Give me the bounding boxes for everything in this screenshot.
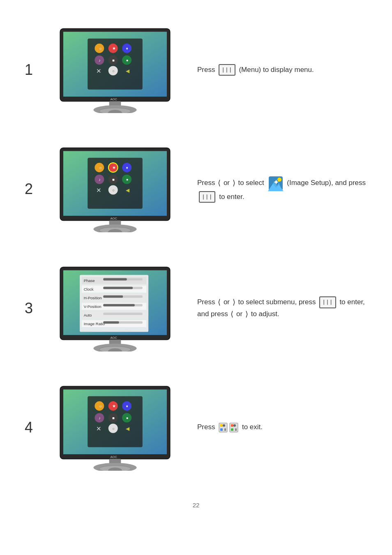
- svg-text:♪: ♪: [99, 177, 101, 182]
- svg-text:☼: ☼: [99, 404, 102, 408]
- icon-menu-2: |||: [199, 191, 215, 203]
- svg-text:Auto: Auto: [84, 313, 92, 317]
- svg-rect-112: [220, 428, 223, 431]
- svg-text:✦: ✦: [273, 179, 279, 186]
- svg-text:■: ■: [112, 58, 115, 62]
- svg-text:◄: ◄: [125, 67, 131, 74]
- svg-text:◄: ◄: [125, 187, 131, 194]
- desc-text-2b: or: [221, 179, 232, 187]
- svg-rect-118: [235, 428, 237, 431]
- monitor-1: ☼ ★ ♦ ♪ ■ ● ✕ ○ ◄: [45, 27, 185, 113]
- desc-text-4a: Press: [197, 423, 217, 431]
- svg-text:✕: ✕: [96, 187, 101, 194]
- icon-exit: [219, 421, 238, 434]
- svg-rect-60: [103, 278, 127, 281]
- desc-text-1a: Press: [197, 66, 217, 74]
- svg-text:♪: ♪: [99, 416, 101, 420]
- step-description-3: Press ⟨ or ⟩ to select submenu, press ||…: [197, 292, 367, 324]
- icon-image-setup: ✦: [268, 176, 284, 191]
- desc-text-4b: to exit.: [242, 423, 263, 431]
- monitor-svg-4: ☼ ★ ♦ ♪ ■ ● ✕ ○ ◄ AOC: [53, 384, 177, 471]
- svg-text:◄: ◄: [125, 425, 131, 432]
- desc-text-1b: (Menu) to display menu.: [237, 66, 314, 74]
- icon-menu-1: |||: [219, 64, 235, 76]
- desc-text-2c: to select: [236, 179, 266, 187]
- svg-text:Clock: Clock: [84, 287, 94, 291]
- svg-text:☼: ☼: [99, 165, 102, 170]
- icon-arrow-right-3a: ⟩: [233, 296, 235, 308]
- svg-rect-113: [224, 428, 226, 431]
- svg-text:H-Position: H-Position: [84, 296, 102, 300]
- monitor-svg-2: ☼ ★ ♦ ♪ ■ ● ✕ ○ ◄ AOC: [53, 146, 177, 232]
- icon-arrow-left-3a: ⟨: [218, 296, 221, 308]
- monitor-svg-1: ☼ ★ ♦ ♪ ■ ● ✕ ○ ◄: [53, 27, 177, 113]
- svg-text:AOC: AOC: [111, 455, 118, 459]
- monitor-2: ☼ ★ ♦ ♪ ■ ● ✕ ○ ◄ AOC: [45, 146, 185, 232]
- svg-text:★: ★: [112, 404, 116, 408]
- svg-text:✕: ✕: [96, 67, 101, 74]
- svg-text:○: ○: [112, 69, 115, 73]
- svg-rect-79: [103, 321, 119, 324]
- svg-text:♦: ♦: [126, 404, 128, 408]
- svg-text:AOC: AOC: [111, 97, 118, 101]
- svg-text:Image Ratio: Image Ratio: [84, 321, 105, 326]
- icon-menu-3: |||: [319, 296, 336, 308]
- step-description-1: Press ||| (Menu) to display menu.: [197, 60, 367, 80]
- icon-arrow-right-2a: ⟩: [233, 177, 235, 189]
- svg-rect-64: [103, 287, 133, 289]
- svg-rect-114: [230, 423, 238, 432]
- desc-text-3b: or: [221, 298, 232, 306]
- icon-arrow-right-3b: ⟩: [245, 308, 248, 320]
- svg-text:V-Position: V-Position: [84, 304, 101, 309]
- svg-text:☼: ☼: [99, 46, 102, 51]
- svg-point-111: [223, 424, 225, 427]
- svg-text:○: ○: [112, 426, 115, 431]
- desc-text-3e: or: [234, 310, 244, 318]
- svg-text:♦: ♦: [126, 46, 128, 51]
- monitor-svg-3: Phase Clock H-Position V-Position Auto: [53, 265, 177, 352]
- svg-rect-75: [103, 313, 142, 315]
- svg-text:■: ■: [112, 416, 115, 420]
- svg-text:★: ★: [112, 165, 116, 170]
- svg-text:♪: ♪: [99, 58, 101, 62]
- desc-text-2a: Press: [197, 179, 217, 187]
- svg-rect-110: [220, 424, 223, 427]
- step-number-2: 2: [25, 180, 45, 198]
- svg-rect-68: [103, 296, 123, 298]
- svg-rect-109: [219, 423, 227, 432]
- desc-text-3c: to select submenu, press: [236, 298, 318, 306]
- step-row-4: 4 ☼ ★ ♦ ♪: [25, 374, 367, 481]
- icon-arrow-left-2a: ⟨: [218, 177, 221, 189]
- step-description-4: Press to exit.: [197, 417, 367, 438]
- svg-text:AOC: AOC: [111, 336, 118, 340]
- svg-point-116: [233, 424, 236, 427]
- icon-arrow-left-3b: ⟨: [231, 308, 233, 320]
- step-description-2: Press ⟨ or ⟩ to select ✦ (Image Setup), …: [197, 171, 367, 207]
- svg-text:✕: ✕: [96, 425, 101, 432]
- monitor-4: ☼ ★ ♦ ♪ ■ ● ✕ ○ ◄ AOC: [45, 384, 185, 471]
- page: 1 ☼ ★: [0, 0, 392, 555]
- step-row-1: 1 ☼ ★: [25, 16, 367, 123]
- svg-rect-72: [103, 304, 134, 307]
- svg-text:Phase: Phase: [84, 278, 95, 283]
- svg-text:●: ●: [126, 177, 129, 182]
- svg-text:♦: ♦: [126, 165, 128, 170]
- svg-rect-117: [231, 428, 233, 431]
- step-row-2: 2 ☼ ★ ♦ ♪: [25, 136, 367, 243]
- step-number-1: 1: [25, 61, 45, 79]
- desc-text-3a: Press: [197, 298, 217, 306]
- desc-text-3f: to adjust.: [249, 310, 279, 318]
- monitor-3: Phase Clock H-Position V-Position Auto: [45, 265, 185, 352]
- desc-text-2d: (Image Setup), and press: [287, 179, 366, 187]
- page-number: 22: [25, 502, 367, 509]
- desc-text-2e: to enter.: [217, 193, 244, 201]
- svg-text:■: ■: [112, 177, 115, 182]
- step-number-4: 4: [25, 419, 45, 436]
- svg-text:●: ●: [126, 416, 129, 420]
- svg-text:○: ○: [112, 188, 115, 192]
- svg-rect-115: [231, 424, 233, 427]
- svg-text:●: ●: [126, 58, 129, 62]
- svg-text:★: ★: [112, 46, 116, 51]
- step-number-3: 3: [25, 300, 45, 317]
- step-row-3: 3 Phase Clock: [25, 255, 367, 362]
